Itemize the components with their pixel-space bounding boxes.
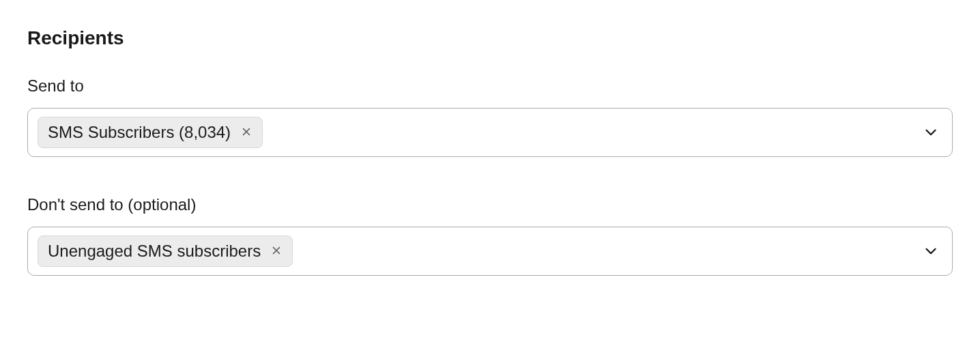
dont-send-to-select[interactable]: Unengaged SMS subscribers bbox=[27, 227, 953, 276]
chip-label: Unengaged SMS subscribers bbox=[48, 242, 261, 261]
send-to-chip: SMS Subscribers (8,034) bbox=[38, 117, 263, 148]
send-to-field: Send to SMS Subscribers (8,034) bbox=[27, 76, 953, 157]
chevron-down-icon bbox=[922, 242, 942, 260]
send-to-chips: SMS Subscribers (8,034) bbox=[38, 117, 263, 148]
section-title: Recipients bbox=[27, 27, 953, 49]
remove-chip-button[interactable] bbox=[240, 126, 253, 139]
send-to-select[interactable]: SMS Subscribers (8,034) bbox=[27, 108, 953, 157]
dont-send-to-chips: Unengaged SMS subscribers bbox=[38, 235, 293, 267]
remove-chip-button[interactable] bbox=[270, 244, 283, 258]
chevron-down-icon bbox=[922, 124, 942, 141]
close-icon bbox=[240, 126, 253, 139]
chip-label: SMS Subscribers (8,034) bbox=[48, 123, 231, 142]
dont-send-to-label: Don't send to (optional) bbox=[27, 195, 953, 214]
dont-send-to-field: Don't send to (optional) Unengaged SMS s… bbox=[27, 195, 953, 276]
dont-send-to-chip: Unengaged SMS subscribers bbox=[38, 235, 293, 267]
close-icon bbox=[270, 244, 283, 258]
send-to-label: Send to bbox=[27, 76, 953, 96]
